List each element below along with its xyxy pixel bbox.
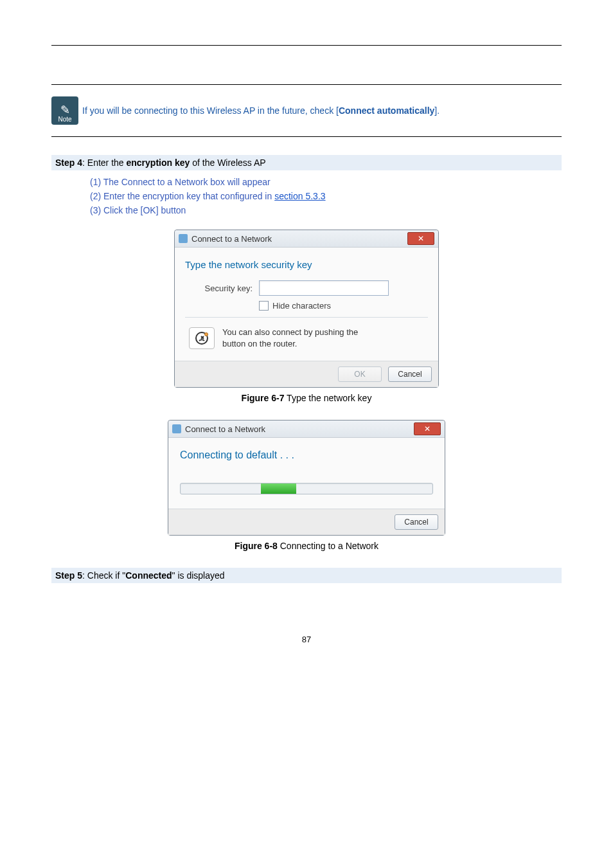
link-section-5-3-3[interactable]: section 5.3.3 <box>274 191 325 201</box>
note-icon-label: Note <box>58 116 71 123</box>
note-glyph-icon: ✎ <box>60 104 70 116</box>
step4-post: of the Wireless AP <box>190 158 265 168</box>
security-key-row: Security key: <box>185 280 428 296</box>
hide-characters-checkbox[interactable] <box>259 301 269 311</box>
hide-characters-row: Hide characters <box>259 301 428 311</box>
dialog-connecting: Connect to a Network ✕ Connecting to def… <box>168 420 445 536</box>
dialog2-body: Connecting to default . . . <box>168 438 445 509</box>
figure-6-7-caption: Figure 6-7 Type the network key <box>51 393 562 403</box>
dialog1-footer: OK Cancel <box>175 361 438 387</box>
wps-hint-line2: button on the router. <box>222 339 297 348</box>
dialog-security-key: Connect to a Network ✕ Type the network … <box>174 230 439 388</box>
step4-mid: : Enter the <box>82 158 126 168</box>
security-key-label: Security key: <box>185 284 253 293</box>
note-text-pre: If you will be connecting to this Wirele… <box>82 105 339 116</box>
dialog2-title: Connect to a Network <box>185 424 265 434</box>
figure-6-8-rest: Connecting to a Network <box>278 541 378 551</box>
dialog1-title: Connect to a Network <box>191 234 272 244</box>
dialog1-app-icon <box>179 234 188 243</box>
wps-hint-text: You can also connect by pushing the butt… <box>222 327 358 349</box>
step5-post: " is displayed <box>172 570 225 581</box>
note-block: ✎ Note If you will be connecting to this… <box>51 84 562 137</box>
figure-6-8-wrap: Connect to a Network ✕ Connecting to def… <box>51 420 562 536</box>
step4-label: Step 4 <box>55 158 82 168</box>
dialog1-titlebar: Connect to a Network ✕ <box>175 230 438 248</box>
cancel-button[interactable]: Cancel <box>388 366 432 382</box>
dialog2-titlebar: Connect to a Network ✕ <box>168 420 445 438</box>
step4-item-2: (2) Enter the encryption key that config… <box>90 191 562 201</box>
dialog1-body: Type the network security key Security k… <box>175 248 438 361</box>
note-text-bold: Connect automatically <box>339 105 434 116</box>
step5-label: Step 5 <box>55 570 82 581</box>
dialog2-heading: Connecting to default . . . <box>180 449 434 461</box>
step5-bold: Connected <box>125 570 172 581</box>
security-key-input[interactable] <box>259 280 389 296</box>
progress-fill <box>261 484 296 494</box>
top-rule <box>51 45 562 46</box>
hide-characters-label: Hide characters <box>272 301 331 311</box>
close-icon[interactable]: ✕ <box>407 232 434 245</box>
dialog2-app-icon <box>172 424 181 433</box>
step4-item-3: (3) Click the [OK] button <box>90 205 562 215</box>
note-icon: ✎ Note <box>51 96 78 125</box>
wps-icon <box>189 327 215 349</box>
note-text-post: ]. <box>434 105 440 116</box>
svg-point-1 <box>205 332 208 336</box>
dialog1-separator <box>185 317 428 318</box>
page-number: 87 <box>51 635 562 644</box>
note-text: If you will be connecting to this Wirele… <box>82 105 440 116</box>
step4-bar: Step 4: Enter the encryption key of the … <box>51 155 562 170</box>
wps-hint-line1: You can also connect by pushing the <box>222 327 358 337</box>
connecting-progressbar <box>180 483 433 494</box>
figure-6-8-caption: Figure 6-8 Connecting to a Network <box>51 541 562 551</box>
cancel-button[interactable]: Cancel <box>395 514 438 530</box>
figure-6-7-wrap: Connect to a Network ✕ Type the network … <box>51 230 562 388</box>
figure-6-7-rest: Type the network key <box>284 393 371 403</box>
dialog1-heading: Type the network security key <box>185 259 428 270</box>
step5-bar: Step 5: Check if "Connected" is displaye… <box>51 568 562 583</box>
wps-hint-row: You can also connect by pushing the butt… <box>185 324 428 354</box>
ok-button[interactable]: OK <box>338 366 382 382</box>
step4-item-2-pre: (2) Enter the encryption key that config… <box>90 191 274 201</box>
step4-body: (1) The Connect to a Network box will ap… <box>51 177 562 215</box>
dialog2-footer: Cancel <box>168 509 445 535</box>
step4-item-1: (1) The Connect to a Network box will ap… <box>90 177 562 187</box>
step5-mid: : Check if " <box>82 570 125 581</box>
figure-6-8-label: Figure 6-8 <box>235 541 278 551</box>
figure-6-7-label: Figure 6-7 <box>242 393 285 403</box>
step4-bold: encryption key <box>127 158 190 168</box>
close-icon[interactable]: ✕ <box>414 422 441 435</box>
